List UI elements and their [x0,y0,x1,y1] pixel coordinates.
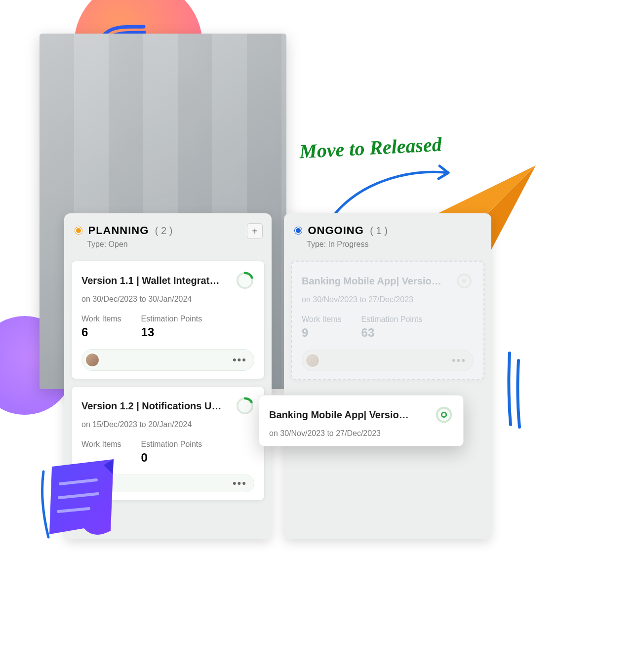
estimation-points-value: 0 [141,451,202,465]
add-card-button[interactable]: + [247,223,263,239]
card-date-range: on 15/Dec/2023 to 20/Jan/2024 [81,420,254,429]
column-ongoing: ONGOING ( 1 ) Type: In Progress Banking … [284,213,491,539]
work-items-label: Work Items [81,440,121,449]
card-title: Version 1.2 | Notifications U… [81,400,230,412]
sticky-note-icon [40,454,119,543]
decorative-squiggle-icon [504,351,523,430]
svg-point-6 [462,279,466,283]
avatar[interactable] [85,353,100,367]
card-title: Banking Mobile App| Versio… [269,409,429,421]
work-items-value: 6 [81,325,121,339]
work-items-label: Work Items [81,315,121,323]
column-title: ONGOING [308,224,363,237]
annotation-label: Move to Released [299,132,442,163]
more-icon[interactable]: ••• [233,355,247,365]
card-title: Version 1.1 | Wallet Integrat… [81,275,230,286]
card-title: Banking Mobile App| Versio… [302,276,449,287]
release-card[interactable]: Version 1.1 | Wallet Integrat… on 30/Dec… [71,261,265,379]
column-header-ongoing: ONGOING ( 1 ) Type: In Progress [284,213,491,254]
progress-ring-icon [435,405,453,424]
column-subtitle: Type: In Progress [307,240,480,249]
progress-ring-icon [236,396,254,415]
svg-point-7 [437,408,451,422]
card-date-range: on 30/Dec/2023 to 30/Jan/2024 [81,295,254,304]
column-count: ( 1 ) [370,225,388,237]
card-date-range: on 30/Nov/2023 to 27/Dec/2023 [269,429,453,438]
more-icon[interactable]: ••• [233,478,247,489]
status-dot-icon [75,227,82,234]
work-items-label: Work Items [302,315,342,324]
column-title: PLANNING [88,224,149,237]
estimation-points-value: 13 [141,325,202,339]
estimation-points-value: 63 [361,326,423,340]
more-icon: ••• [452,355,466,366]
column-count: ( 2 ) [155,225,173,237]
estimation-points-label: Estimation Points [361,315,423,324]
avatar [305,353,320,368]
column-header-planning: PLANNING ( 2 ) Type: Open + [64,213,272,254]
estimation-points-label: Estimation Points [141,315,202,323]
progress-ring-icon [236,271,254,290]
card-date-range: on 30/Nov/2023 to 27/Dec/2023 [302,295,474,304]
release-card-placeholder: Banking Mobile App| Versio… on 30/Nov/20… [291,261,484,380]
progress-ring-icon [455,272,474,290]
release-card-dragging[interactable]: Banking Mobile App| Versio… on 30/Nov/20… [259,395,464,446]
estimation-points-label: Estimation Points [141,440,202,449]
work-items-value: 9 [302,326,342,340]
card-footer: ••• [81,349,254,371]
column-subtitle: Type: Open [87,240,261,249]
status-dot-icon [295,227,302,234]
card-footer: ••• [302,350,474,371]
